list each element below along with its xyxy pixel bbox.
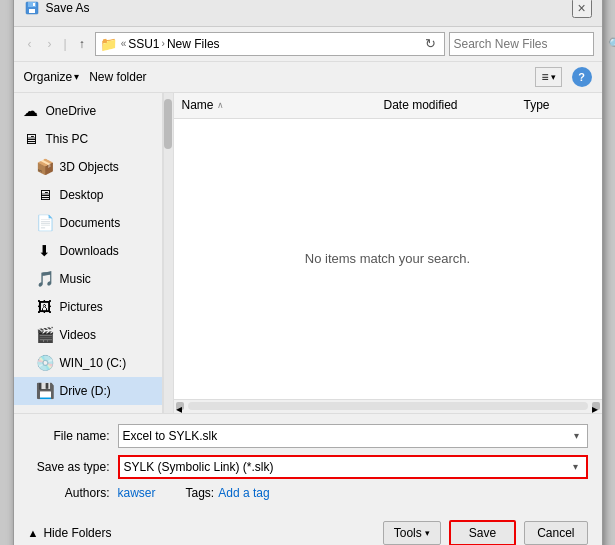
up-button[interactable]: ↑ <box>73 33 91 55</box>
music-icon: 🎵 <box>36 270 54 288</box>
hide-folders-label: Hide Folders <box>43 526 111 540</box>
drive-d-icon: 💾 <box>36 382 54 400</box>
sidebar-item-pictures[interactable]: 🖼 Pictures <box>14 293 162 321</box>
filename-label: File name: <box>28 429 118 443</box>
sidebar-label: Drive (D:) <box>60 384 111 398</box>
documents-icon: 📄 <box>36 214 54 232</box>
title-bar-left: Save As <box>24 0 90 16</box>
save-button[interactable]: Save <box>449 520 516 546</box>
sidebar-label: Desktop <box>60 188 104 202</box>
search-icon: 🔍 <box>608 37 616 51</box>
sidebar-label: This PC <box>46 132 89 146</box>
h-scroll-left[interactable]: ◂ <box>176 402 184 410</box>
empty-message: No items match your search. <box>305 251 470 266</box>
search-box[interactable]: 🔍 <box>449 32 594 56</box>
sidebar-item-win10[interactable]: 💿 WIN_10 (C:) <box>14 349 162 377</box>
bottom-area: File name: Excel to SYLK.slk ▾ Save as t… <box>14 413 602 512</box>
savetype-value: SYLK (Symbolic Link) (*.slk) <box>124 460 274 474</box>
navigation-toolbar: ‹ › | ↑ 📁 « SSU1 › New Files ↻ 🔍 <box>14 27 602 62</box>
sidebar-scroll-thumb <box>164 99 172 149</box>
dialog-title: Save As <box>46 1 90 15</box>
sidebar-label: 3D Objects <box>60 160 119 174</box>
authors-value[interactable]: kawser <box>118 486 156 500</box>
h-scroll-right[interactable]: ▸ <box>592 402 600 410</box>
main-panel: Name ∧ Date modified Type No items match… <box>174 93 602 413</box>
footer: ▲ Hide Folders Tools ▾ Save Cancel <box>14 512 602 546</box>
sidebar-item-documents[interactable]: 📄 Documents <box>14 209 162 237</box>
sidebar-item-drive-d[interactable]: 💾 Drive (D:) <box>14 377 162 405</box>
forward-button[interactable]: › <box>42 33 58 55</box>
sidebar-item-music[interactable]: 🎵 Music <box>14 265 162 293</box>
tags-add-link[interactable]: Add a tag <box>218 486 269 500</box>
win10-icon: 💿 <box>36 354 54 372</box>
sidebar-scrollbar[interactable] <box>163 93 173 413</box>
sidebar: ☁ OneDrive 🖥 This PC 📦 3D Objects 🖥 Desk… <box>14 93 163 413</box>
savetype-dropdown-arrow[interactable]: ▾ <box>569 461 582 472</box>
refresh-button[interactable]: ↻ <box>421 34 440 53</box>
sidebar-item-3d-objects[interactable]: 📦 3D Objects <box>14 153 162 181</box>
save-icon <box>24 0 40 16</box>
sidebar-label: OneDrive <box>46 104 97 118</box>
address-part-1[interactable]: SSU1 <box>128 37 159 51</box>
cancel-button[interactable]: Cancel <box>524 521 587 545</box>
view-options-button[interactable]: ≡ ▾ <box>535 67 561 87</box>
sidebar-item-desktop[interactable]: 🖥 Desktop <box>14 181 162 209</box>
pc-icon: 🖥 <box>22 130 40 147</box>
videos-icon: 🎬 <box>36 326 54 344</box>
3d-icon: 📦 <box>36 158 54 176</box>
title-bar: Save As × <box>14 0 602 27</box>
tools-button[interactable]: Tools ▾ <box>383 521 441 545</box>
sidebar-label: Pictures <box>60 300 103 314</box>
address-path: « SSU1 › New Files <box>121 37 417 51</box>
horizontal-scrollbar-area: ◂ ▸ <box>174 399 602 413</box>
downloads-icon: ⬇ <box>36 242 54 260</box>
help-button[interactable]: ? <box>572 67 592 87</box>
svg-rect-3 <box>33 3 35 6</box>
sidebar-item-this-pc[interactable]: 🖥 This PC <box>14 125 162 153</box>
path-separator: › <box>162 38 165 49</box>
address-part-2[interactable]: New Files <box>167 37 220 51</box>
hide-folders-icon: ▲ <box>28 527 39 539</box>
savetype-label: Save as type: <box>28 460 118 474</box>
filename-input[interactable]: Excel to SYLK.slk ▾ <box>118 424 588 448</box>
savetype-input[interactable]: SYLK (Symbolic Link) (*.slk) ▾ <box>118 455 588 479</box>
meta-row: Authors: kawser Tags: Add a tag <box>28 486 588 500</box>
onedrive-icon: ☁ <box>22 102 40 120</box>
save-as-dialog: Save As × ‹ › | ↑ 📁 « SSU1 › New Files ↻… <box>13 0 603 545</box>
tags-label: Tags: <box>186 486 215 500</box>
col-type-header[interactable]: Type <box>524 98 594 112</box>
address-bar[interactable]: 📁 « SSU1 › New Files ↻ <box>95 32 445 56</box>
svg-rect-2 <box>29 9 35 13</box>
breadcrumb-prefix: « <box>121 38 127 49</box>
sidebar-item-onedrive[interactable]: ☁ OneDrive <box>14 97 162 125</box>
sidebar-item-downloads[interactable]: ⬇ Downloads <box>14 237 162 265</box>
filename-dropdown-arrow[interactable]: ▾ <box>570 430 583 441</box>
search-input[interactable] <box>454 37 604 51</box>
hide-folders-control[interactable]: ▲ Hide Folders <box>28 526 112 540</box>
back-button[interactable]: ‹ <box>22 33 38 55</box>
sidebar-label: Videos <box>60 328 96 342</box>
folder-icon: 📁 <box>100 36 117 52</box>
filename-row: File name: Excel to SYLK.slk ▾ <box>28 424 588 448</box>
organize-button[interactable]: Organize ▾ <box>24 70 80 84</box>
close-button[interactable]: × <box>572 0 592 18</box>
desktop-icon: 🖥 <box>36 186 54 203</box>
footer-buttons: Tools ▾ Save Cancel <box>383 520 588 546</box>
column-headers: Name ∧ Date modified Type <box>174 93 602 119</box>
pictures-icon: 🖼 <box>36 298 54 315</box>
filename-value: Excel to SYLK.slk <box>123 429 218 443</box>
sidebar-label: Documents <box>60 216 121 230</box>
content-area: ☁ OneDrive 🖥 This PC 📦 3D Objects 🖥 Desk… <box>14 93 602 413</box>
sidebar-label: Downloads <box>60 244 119 258</box>
savetype-row: Save as type: SYLK (Symbolic Link) (*.sl… <box>28 455 588 479</box>
sidebar-label: Music <box>60 272 91 286</box>
col-name-header[interactable]: Name ∧ <box>182 98 384 112</box>
authors-label: Authors: <box>28 486 118 500</box>
sidebar-item-videos[interactable]: 🎬 Videos <box>14 321 162 349</box>
col-date-header[interactable]: Date modified <box>384 98 524 112</box>
file-list: No items match your search. <box>174 119 602 399</box>
new-folder-button[interactable]: New folder <box>89 70 146 84</box>
horizontal-scrollbar[interactable] <box>188 402 588 410</box>
sidebar-label: WIN_10 (C:) <box>60 356 127 370</box>
action-bar: Organize ▾ New folder ≡ ▾ ? <box>14 62 602 93</box>
